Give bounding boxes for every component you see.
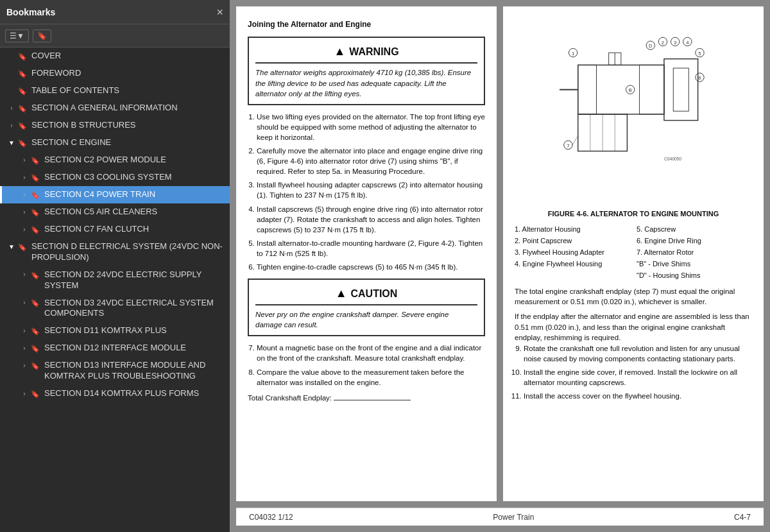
list-item: Install capscrews (5) through engine dri… [257,204,485,235]
sidebar-item-label-section-c2: SECTION C2 POWER MODULE [44,155,226,166]
sidebar-item-foreword[interactable]: 🔖FOREWORD [0,65,230,82]
warning-label: WARNING [349,44,398,59]
parts-list-item: "D" - Housing Shims [637,271,752,281]
expand-arrow-section-d14: › [20,388,29,399]
list-item: Install the engine side cover, if remove… [524,367,752,388]
expand-arrow-section-d: ▼ [7,241,16,252]
sidebar-item-section-c4[interactable]: ›🔖SECTION C4 POWER TRAIN [0,186,230,203]
engine-endplay-note-1: The total engine crankshaft endplay (ste… [515,286,752,307]
sidebar-item-section-c2[interactable]: ›🔖SECTION C2 POWER MODULE [0,151,230,169]
warning-body: The alternator weighs approximately 4710… [255,67,477,98]
sidebar-item-section-c3[interactable]: ›🔖SECTION C3 COOLING SYSTEM [0,169,230,186]
sidebar-item-section-d2[interactable]: ›🔖SECTION D2 24VDC ELECTRIC SUPPLY SYSTE… [0,266,230,295]
sidebar-item-label-foreword: FOREWORD [31,68,226,79]
sidebar-item-section-d[interactable]: ▼🔖SECTION D ELECTRICAL SYSTEM (24VDC NON… [0,238,230,266]
bookmark-icon-section-d2: 🔖 [30,270,40,280]
caution-triangle-icon: ▲ [336,285,347,302]
sidebar-item-label-section-c: SECTION C ENGINE [31,137,226,148]
caution-header: ▲ CAUTION [255,285,477,305]
crankshaft-endplay-label: Total Crankshaft Endplay: [248,394,332,402]
parts-list-item [515,271,630,281]
bookmark-icon-section-c7: 🔖 [30,225,40,235]
parts-list-item: 7. Alternator Rotor [637,248,752,258]
svg-text:4: 4 [686,40,689,46]
bookmark-icon-section-d14: 🔖 [30,389,40,399]
expand-arrow-section-d3: › [20,298,29,308]
right-page-panel: 1 D 2 3 4 5 B [503,6,764,501]
sidebar-item-label-section-d: SECTION D ELECTRICAL SYSTEM (24VDC NON-P… [31,241,226,263]
bookmark-icon-section-a: 🔖 [17,103,28,114]
parts-list-item: 2. Point Capscrew [515,236,630,246]
warning-box: ▲ WARNING The alternator weighs approxim… [248,37,485,105]
svg-text:6: 6 [698,75,701,81]
warning-header: ▲ WARNING [255,43,477,64]
svg-text:3: 3 [674,40,676,46]
expand-arrow-section-c3: › [20,172,29,182]
bookmark-icon: 🔖 [37,31,47,40]
figure-svg: 1 D 2 3 4 5 B [560,24,707,204]
list-item: Install the access cover on the flywheel… [524,391,752,401]
sidebar-item-label-toc: TABLE OF CONTENTS [31,85,226,96]
list-item: Install flywheel housing adapter capscre… [257,180,485,200]
view-options-button[interactable]: ☰▼ [5,30,29,42]
bookmark-icon-cover: 🔖 [17,51,28,62]
bookmark-icon-section-b: 🔖 [17,121,28,131]
sidebar-item-section-d12[interactable]: ›🔖SECTION D12 INTERFACE MODULE [0,339,230,357]
list-item: Compare the value above to the measureme… [257,367,485,388]
sidebar-item-label-section-b: SECTION B STRUCTURES [31,120,226,131]
svg-text:C040050: C040050 [664,157,681,161]
svg-text:5: 5 [698,51,701,56]
sidebar-item-label-section-c4: SECTION C4 POWER TRAIN [44,189,226,200]
parts-list-item: 3. Flywheel Housing Adapter [515,248,630,258]
expand-arrow-section-c2: › [20,155,29,165]
svg-text:B: B [629,88,632,94]
svg-rect-2 [640,65,664,114]
sidebar-item-section-d13[interactable]: ›🔖SECTION D13 INTERFACE MODULE AND KOMTR… [0,357,230,385]
sidebar-item-section-a[interactable]: ›🔖SECTION A GENERAL INFORMATION [0,99,230,117]
bookmark-icon-button[interactable]: 🔖 [33,30,51,42]
expand-arrow-section-c4: › [20,189,29,200]
sidebar-item-section-d14[interactable]: ›🔖SECTION D14 KOMTRAX PLUS FORMS [0,385,230,402]
sidebar-title: Bookmarks [6,7,55,17]
bookmark-icon-section-c5: 🔖 [30,207,40,218]
sidebar-item-cover[interactable]: 🔖COVER [0,47,230,65]
sidebar-item-section-c7[interactable]: ›🔖SECTION C7 FAN CLUTCH [0,221,230,238]
expand-arrow-section-a: › [7,103,16,113]
bookmark-icon-foreword: 🔖 [17,69,28,79]
sidebar-item-toc[interactable]: 🔖TABLE OF CONTENTS [0,82,230,99]
sidebar-item-section-d3[interactable]: ›🔖SECTION D3 24VDC ELECTRICAL SYSTEM COM… [0,295,230,323]
footer-center: Power Train [493,513,534,522]
sidebar-item-label-section-d3: SECTION D3 24VDC ELECTRICAL SYSTEM COMPO… [44,298,226,320]
bookmark-icon-section-c: 🔖 [17,138,28,148]
sidebar-item-section-c[interactable]: ▼🔖SECTION C ENGINE [0,134,230,151]
list-item: Carefully move the alternator into place… [257,146,485,176]
caution-body: Never pry on the engine crankshaft dampe… [255,309,477,330]
svg-text:1: 1 [572,51,574,56]
parts-list-item: 1. Alternator Housing [515,225,630,235]
steps-final-list: Rotate the crankshaft one full revolutio… [515,343,752,401]
view-icon: ☰▼ [10,31,24,40]
sidebar-item-label-section-c5: SECTION C5 AIR CLEANERS [44,207,226,218]
sidebar-item-section-c5[interactable]: ›🔖SECTION C5 AIR CLEANERS [0,203,230,221]
list-item: Mount a magnetic base on the front of th… [257,343,485,363]
list-item: Rotate the crankshaft one full revolutio… [524,343,752,364]
bookmark-icon-section-d12: 🔖 [30,343,40,354]
sidebar-list: 🔖COVER🔖FOREWORD🔖TABLE OF CONTENTS›🔖SECTI… [0,47,230,532]
svg-line-30 [572,136,578,145]
svg-rect-19 [673,68,689,111]
steps-after-caution-list: Mount a magnetic base on the front of th… [248,343,485,387]
sidebar-toolbar: ☰▼ 🔖 [0,24,230,47]
steps-list: Use two lifting eyes provided on the alt… [248,112,485,272]
sidebar-item-section-b[interactable]: ›🔖SECTION B STRUCTURES [0,117,230,134]
expand-arrow-section-d13: › [20,360,29,370]
sidebar-item-label-section-d2: SECTION D2 24VDC ELECTRIC SUPPLY SYSTEM [44,270,226,291]
sidebar-item-label-section-d14: SECTION D14 KOMTRAX PLUS FORMS [44,388,226,399]
sidebar-item-label-section-d12: SECTION D12 INTERFACE MODULE [44,343,226,354]
bookmark-icon-section-c3: 🔖 [30,173,40,183]
parts-list-item: 6. Engine Drive Ring [637,236,752,246]
svg-rect-0 [578,65,664,114]
sidebar-item-section-d11[interactable]: ›🔖SECTION D11 KOMTRAX PLUS [0,322,230,339]
list-item: Tighten engine-to-cradle capscrews (5) t… [257,262,485,272]
svg-text:2: 2 [662,40,664,46]
close-button[interactable]: × [216,6,223,18]
